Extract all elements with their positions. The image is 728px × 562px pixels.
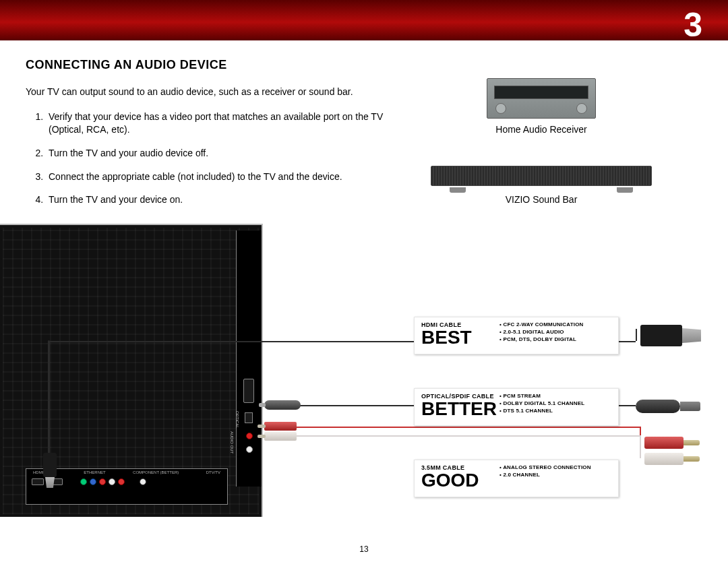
optical-jack-icon xyxy=(264,400,301,410)
intro-text: Your TV can output sound to an audio dev… xyxy=(26,86,403,98)
steps-list: Verify that your device has a video port… xyxy=(26,111,417,206)
rca-jack-white-icon xyxy=(264,432,297,441)
section-title: CONNECTING AN AUDIO DEVICE xyxy=(26,58,702,72)
hdmi-wire-bend xyxy=(636,329,637,341)
bp-hdr-comp: COMPONENT (BETTER) xyxy=(133,470,179,474)
device-illustrations: Home Audio Receiver VIZIO Sound Bar xyxy=(430,78,653,205)
badge-good-features: ANALOG STEREO CONNECTION 2.0 CHANNEL xyxy=(499,464,591,479)
header-band xyxy=(0,0,728,40)
hdmi-cable-segment-left xyxy=(48,340,50,455)
quality-badges: HDMI CABLE BEST CFC 2-WAY COMMUNICATION … xyxy=(414,317,619,497)
rca-connector-white-right-icon xyxy=(644,453,705,465)
optical-port-icon xyxy=(245,412,253,423)
badge-better-features: PCM STREAM DOLBY DIGITAL 5.1 CHANNEL DTS… xyxy=(499,393,584,414)
bp-component-y-icon xyxy=(80,478,87,485)
back-of-tv-label: BACK OF TV xyxy=(26,536,95,549)
hdmi-connector-right-icon xyxy=(640,322,705,349)
receiver-label: Home Audio Receiver xyxy=(430,124,653,135)
bp-audio-r-icon xyxy=(118,478,125,485)
step-4: Turn the TV and your device on. xyxy=(46,193,417,206)
rca-white-port-icon xyxy=(246,446,253,453)
bp-hdr-dtv: DTV/TV xyxy=(206,470,220,474)
optical-connector-right-icon xyxy=(636,398,703,414)
badge-best: HDMI CABLE BEST CFC 2-WAY COMMUNICATION … xyxy=(414,317,619,354)
rca-jack-red-icon xyxy=(264,422,297,431)
tv-side-port-panel: OPTICAL AUDIO OUT xyxy=(236,230,262,487)
receiver-icon xyxy=(487,78,596,119)
soundbar-icon xyxy=(431,166,652,186)
badge-better: OPTICAL/SPDIF CABLE BETTER PCM STREAM DO… xyxy=(414,388,619,426)
hdmi-port-icon xyxy=(243,379,254,403)
step-1: Verify that your device has a video port… xyxy=(46,111,417,136)
bp-component-pr-icon xyxy=(99,478,106,485)
bp-audio-l-icon xyxy=(109,478,115,485)
hdmi-plug-left-icon xyxy=(40,453,59,488)
optical-jack-left xyxy=(264,400,305,411)
badge-good: 3.5MM CABLE GOOD ANALOG STEREO CONNECTIO… xyxy=(414,460,619,497)
step-2: Turn the TV and your audio device off. xyxy=(46,147,417,160)
bp-component-pb-icon xyxy=(90,478,96,485)
rca-red-port-icon xyxy=(246,433,253,439)
bp-coax-icon xyxy=(140,478,146,485)
rca-jack-left xyxy=(264,422,297,442)
tv-back-panel: OPTICAL AUDIO OUT HDMI (SIDE) ETHERNET C… xyxy=(0,224,263,517)
step-3: Connect the appropriate cable (not inclu… xyxy=(46,170,417,183)
rca-white-wire-bend xyxy=(640,435,641,458)
bp-hdr-eth: ETHERNET xyxy=(84,470,105,474)
page-number-top: 3 xyxy=(684,5,702,44)
audio-out-label: AUDIO OUT xyxy=(230,431,234,454)
soundbar-label: VIZIO Sound Bar xyxy=(430,194,653,205)
rca-connector-red-right-icon xyxy=(644,437,705,449)
badge-best-features: CFC 2-WAY COMMUNICATION 2.0-5.1 DIGITAL … xyxy=(499,321,584,343)
optical-port-label: OPTICAL xyxy=(235,411,239,429)
page-number-bottom: 13 xyxy=(359,544,368,554)
